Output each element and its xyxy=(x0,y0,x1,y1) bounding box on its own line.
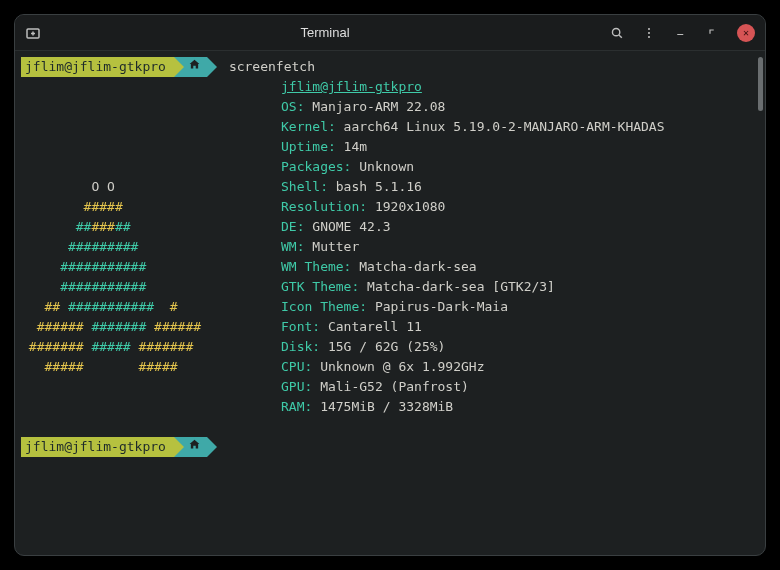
close-icon[interactable]: ✕ xyxy=(737,24,755,42)
info-icontheme-key: Icon Theme: xyxy=(281,299,367,314)
powerline-arrow-1 xyxy=(174,437,184,457)
info-resolution-val: 1920x1080 xyxy=(367,199,445,214)
info-gpu-key: GPU: xyxy=(281,379,312,394)
info-os-key: OS: xyxy=(281,99,304,114)
info-kernel-key: Kernel: xyxy=(281,119,336,134)
info-cpu-key: CPU: xyxy=(281,359,312,374)
info-packages-val: Unknown xyxy=(351,159,414,174)
prompt-user-host-text: jflim@jflim-gtkpro xyxy=(25,437,166,457)
powerline-arrow-2 xyxy=(207,437,217,457)
screenfetch-output: O O ##### ####### ######### ########### … xyxy=(21,77,757,417)
prompt-line-2: jflim@jflim-gtkpro xyxy=(21,437,757,457)
menu-icon[interactable] xyxy=(641,25,657,41)
info-disk-key: Disk: xyxy=(281,339,320,354)
powerline-arrow-1 xyxy=(174,57,184,77)
info-icontheme-val: Papirus-Dark-Maia xyxy=(367,299,508,314)
info-shell-val: bash 5.1.16 xyxy=(328,179,422,194)
prompt-path xyxy=(184,57,207,77)
maximize-icon[interactable] xyxy=(705,25,721,41)
prompt-user-host: jflim@jflim-gtkpro xyxy=(21,437,174,457)
minimize-icon[interactable] xyxy=(673,25,689,41)
svg-point-6 xyxy=(648,31,650,33)
powerline-arrow-2 xyxy=(207,57,217,77)
blank-line xyxy=(21,417,757,437)
info-disk-val: 15G / 62G (25%) xyxy=(320,339,445,354)
terminal-body[interactable]: jflim@jflim-gtkpro screenfetch O O #####… xyxy=(15,51,765,555)
titlebar-left xyxy=(25,25,41,41)
svg-line-4 xyxy=(619,34,622,37)
titlebar: Terminal ✕ xyxy=(15,15,765,51)
info-wmtheme-val: Matcha-dark-sea xyxy=(351,259,476,274)
info-shell-key: Shell: xyxy=(281,179,328,194)
home-icon xyxy=(188,57,201,77)
command-text: screenfetch xyxy=(217,57,315,77)
info-cpu-val: Unknown @ 6x 1.992GHz xyxy=(312,359,484,374)
info-kernel-val: aarch64 Linux 5.19.0-2-MANJARO-ARM-KHADA… xyxy=(336,119,665,134)
prompt-path xyxy=(184,437,207,457)
scrollbar[interactable] xyxy=(758,57,763,111)
info-ram-val: 1475MiB / 3328MiB xyxy=(312,399,453,414)
svg-point-7 xyxy=(648,35,650,37)
info-resolution-key: Resolution: xyxy=(281,199,367,214)
info-font-val: Cantarell 11 xyxy=(320,319,422,334)
home-icon xyxy=(188,437,201,457)
svg-point-5 xyxy=(648,28,650,30)
ascii-logo: O O ##### ####### ######### ########### … xyxy=(21,77,281,417)
info-uptime-key: Uptime: xyxy=(281,139,336,154)
info-de-key: DE: xyxy=(281,219,304,234)
titlebar-right: ✕ xyxy=(609,24,755,42)
info-gtktheme-key: GTK Theme: xyxy=(281,279,359,294)
search-icon[interactable] xyxy=(609,25,625,41)
info-gpu-val: Mali-G52 (Panfrost) xyxy=(312,379,469,394)
info-uptime-val: 14m xyxy=(336,139,367,154)
info-de-val: GNOME 42.3 xyxy=(304,219,390,234)
terminal-window: Terminal ✕ jflim@jflim-gtkpro xyxy=(14,14,766,556)
info-font-key: Font: xyxy=(281,319,320,334)
prompt-user-host-text: jflim@jflim-gtkpro xyxy=(25,57,166,77)
info-wmtheme-key: WM Theme: xyxy=(281,259,351,274)
info-wm-key: WM: xyxy=(281,239,304,254)
new-tab-icon[interactable] xyxy=(25,25,41,41)
info-wm-val: Mutter xyxy=(304,239,359,254)
window-title: Terminal xyxy=(41,25,609,40)
prompt-user-host: jflim@jflim-gtkpro xyxy=(21,57,174,77)
info-ram-key: RAM: xyxy=(281,399,312,414)
svg-point-3 xyxy=(612,28,619,35)
info-gtktheme-val: Matcha-dark-sea [GTK2/3] xyxy=(359,279,555,294)
info-packages-key: Packages: xyxy=(281,159,351,174)
info-user-host: jflim@jflim-gtkpro xyxy=(281,79,422,94)
info-os-val: Manjaro-ARM 22.08 xyxy=(304,99,445,114)
prompt-line-1: jflim@jflim-gtkpro screenfetch xyxy=(21,57,757,77)
system-info: jflim@jflim-gtkpro OS: Manjaro-ARM 22.08… xyxy=(281,77,665,417)
